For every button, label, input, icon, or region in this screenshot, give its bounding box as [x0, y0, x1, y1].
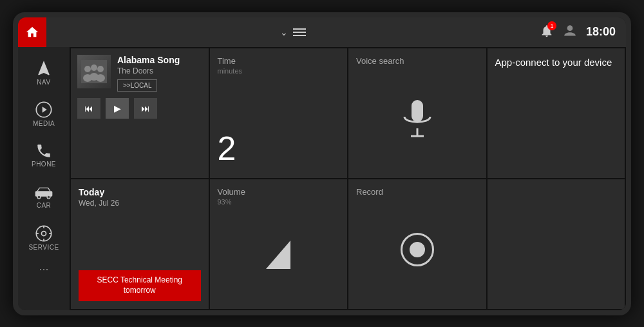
home-button[interactable] — [18, 17, 46, 47]
volume-value: 93% — [218, 198, 340, 206]
sidebar-item-media[interactable]: MEDIA — [21, 95, 66, 134]
music-info: Alabama Song The Doors >>LOCAL — [117, 55, 202, 92]
play-button[interactable]: ▶ — [106, 98, 129, 119]
music-artist: The Doors — [117, 66, 202, 75]
svg-point-15 — [97, 66, 104, 72]
record-dot — [410, 242, 425, 257]
car-icon — [34, 184, 53, 201]
prev-button[interactable]: ⏮ — [77, 98, 100, 119]
time-cell[interactable]: Time minutes 2 — [210, 48, 348, 178]
clock: 18:00 — [586, 25, 616, 39]
phone-icon — [35, 143, 52, 159]
empty-cell — [488, 179, 625, 309]
nav-icon — [35, 59, 53, 77]
svg-point-5 — [47, 195, 50, 199]
calendar-date: Wed, Jul 26 — [79, 199, 201, 208]
next-button[interactable]: ⏭ — [134, 98, 157, 119]
volume-icon-container — [261, 235, 296, 272]
profile-button[interactable] — [562, 23, 578, 42]
volume-label: Volume — [218, 187, 340, 197]
record-cell[interactable]: Record — [348, 179, 486, 309]
sidebar-item-nav[interactable]: NAV — [21, 54, 66, 92]
record-icon-container — [401, 233, 434, 266]
calendar-day: Today — [79, 187, 201, 197]
calendar-event: SECC Technical Meeting tomorrow — [79, 270, 201, 301]
phone-label: PHONE — [32, 161, 56, 168]
main-grid: Alabama Song The Doors >>LOCAL ⏮ ▶ ⏭ Tim… — [70, 47, 626, 310]
calendar-cell[interactable]: Today Wed, Jul 26 SECC Technical Meeting… — [71, 179, 209, 309]
time-label: Time — [218, 56, 340, 66]
service-icon — [35, 224, 53, 243]
sidebar-item-phone[interactable]: PHONE — [21, 136, 66, 175]
album-art-image — [81, 60, 107, 83]
music-title: Alabama Song — [117, 55, 202, 65]
top-bar-left — [28, 17, 46, 47]
svg-marker-2 — [43, 106, 47, 112]
notification-badge: 1 — [547, 21, 556, 30]
music-cell[interactable]: Alabama Song The Doors >>LOCAL ⏮ ▶ ⏭ — [71, 48, 209, 178]
home-icon — [25, 25, 39, 39]
svg-point-18 — [96, 74, 105, 82]
sidebar: NAV MEDIA PHONE — [18, 47, 70, 310]
media-label: MEDIA — [33, 120, 55, 127]
microphone-icon — [401, 99, 434, 139]
top-bar: ⌄ 1 — [18, 17, 626, 47]
car-label: CAR — [37, 202, 52, 209]
record-icon — [401, 233, 434, 266]
svg-point-4 — [37, 195, 41, 199]
music-top: Alabama Song The Doors >>LOCAL — [77, 55, 202, 92]
volume-icon — [261, 235, 296, 272]
volume-cell[interactable]: Volume 93% — [210, 179, 348, 309]
car-display: ⌄ 1 — [13, 12, 631, 315]
voice-search-label: Voice search — [356, 56, 404, 66]
time-sublabel: minutes — [218, 67, 340, 75]
more-options[interactable]: ··· — [39, 263, 48, 276]
sidebar-item-service[interactable]: SERVICE — [21, 219, 66, 257]
svg-marker-22 — [266, 241, 290, 269]
svg-point-13 — [84, 66, 91, 72]
profile-icon — [562, 23, 578, 39]
top-bar-right: 1 18:00 — [540, 23, 616, 42]
voice-search-cell[interactable]: Voice search — [348, 48, 486, 178]
media-icon — [35, 101, 53, 119]
music-source-button[interactable]: >>LOCAL — [117, 79, 157, 92]
svg-point-7 — [42, 232, 46, 236]
mic-container — [401, 99, 434, 139]
app-connect-cell[interactable]: App-connect to your device — [488, 48, 625, 178]
album-art — [77, 55, 111, 88]
chevron-down-icon: ⌄ — [280, 27, 288, 37]
top-bar-center: ⌄ — [280, 27, 306, 37]
time-value: 2 — [218, 132, 340, 165]
svg-point-0 — [567, 25, 573, 31]
sidebar-item-car[interactable]: CAR — [21, 177, 66, 216]
svg-point-14 — [91, 64, 97, 71]
app-connect-text: App-connect to your device — [495, 56, 618, 69]
menu-icon[interactable] — [293, 28, 306, 36]
screen: ⌄ 1 — [18, 17, 626, 310]
service-label: SERVICE — [28, 244, 59, 251]
main-area: NAV MEDIA PHONE — [18, 47, 626, 310]
notification-button[interactable]: 1 — [540, 24, 554, 41]
nav-label: NAV — [37, 79, 50, 86]
svg-rect-19 — [412, 100, 423, 122]
record-label: Record — [356, 187, 478, 197]
music-controls: ⏮ ▶ ⏭ — [77, 98, 202, 119]
